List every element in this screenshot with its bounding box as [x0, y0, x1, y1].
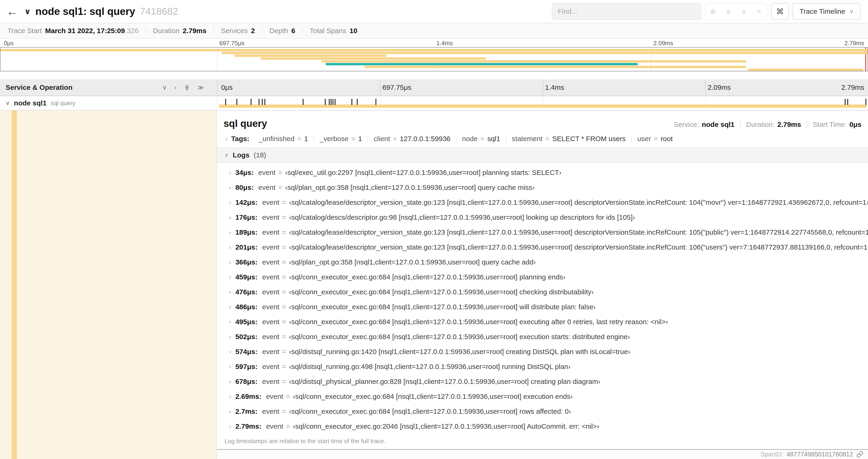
log-row[interactable]: › 366μs: event = ‹sql/plan_opt.go:358 [n…	[217, 255, 868, 270]
log-field-value: ‹sql/distsql_physical_planner.go:828 [ns…	[289, 378, 600, 386]
chevron-right-icon: ›	[229, 423, 231, 430]
log-row[interactable]: › 476μs: event = ‹sql/conn_executor_exec…	[217, 285, 868, 299]
summary-value: March 31 2022, 17:25:09	[45, 27, 125, 35]
detail-left-column	[0, 110, 217, 459]
log-field-value: ‹sql/exec_util.go:2297 [nsql1,client=127…	[285, 169, 561, 176]
meta-value: 2.79ms	[777, 121, 801, 129]
minimap-canvas[interactable]	[0, 47, 868, 71]
close-icon[interactable]: ×	[751, 3, 767, 19]
circle-plus-icon[interactable]: ⊕	[705, 3, 721, 19]
log-field-value: ‹sql/plan_opt.go:358 [nsql1,client=127.0…	[285, 184, 534, 192]
log-row[interactable]: › 495μs: event = ‹sql/conn_executor_exec…	[217, 315, 868, 329]
find-input[interactable]	[552, 3, 701, 20]
log-field-value: ‹sql/conn_executor_exec.go:684 [nsql1,cl…	[289, 273, 565, 281]
log-field-value: ‹sql/conn_executor_exec.go:684 [nsql1,cl…	[293, 393, 572, 400]
tag-value: 127.0.0.1:59936	[400, 135, 450, 143]
span-detail-card: sql query Service: node sql1 Duration: 2…	[217, 110, 868, 450]
log-row[interactable]: › 502μs: event = ‹sql/conn_executor_exec…	[217, 329, 868, 344]
meta-value: 0μs	[849, 121, 862, 129]
logs-footer-note: Log timestamps are relative to the start…	[217, 434, 868, 445]
log-marker-tick	[847, 99, 848, 105]
chevron-right-icon: ›	[229, 169, 231, 176]
log-marker-tick	[351, 99, 352, 105]
trace-id: 7418682	[140, 6, 178, 17]
collapse-all-icon[interactable]: ≫	[183, 84, 191, 91]
tags-label: Tags:	[231, 135, 249, 143]
tag-item: node = sql1	[456, 135, 506, 143]
summary-item: Trace Start March 31 2022, 17:25:09 .326	[7, 27, 146, 35]
log-row[interactable]: › 597μs: event = ‹sql/distsql_running.go…	[217, 359, 868, 374]
collapse-one-icon[interactable]: ∨	[162, 84, 167, 91]
link-icon[interactable]	[856, 451, 863, 458]
tag-key: _verbose	[320, 135, 348, 143]
log-timestamp: 142μs:	[236, 198, 257, 206]
meta-duration: Duration: 2.79ms	[740, 121, 807, 129]
logs-label: Logs	[233, 151, 250, 159]
log-timestamp: 2.7ms:	[236, 407, 257, 415]
span-row-name-cell[interactable]: ∨ node sql1 sql query	[0, 96, 217, 110]
log-row[interactable]: › 678μs: event = ‹sql/distsql_physical_p…	[217, 374, 868, 389]
expand-one-icon[interactable]: ›	[174, 84, 177, 91]
log-row[interactable]: › 176μs: event = ‹sql/catalog/descs/desc…	[217, 210, 868, 225]
log-field-value: ‹sql/conn_executor_exec.go:684 [nsql1,cl…	[289, 288, 594, 296]
log-equals: =	[282, 378, 286, 386]
minimap-span-bar	[748, 69, 863, 71]
ruler-tick-label: 1.4ms	[545, 84, 564, 91]
chevron-right-icon: ›	[229, 408, 231, 415]
chevron-down-icon[interactable]: ∨	[736, 3, 751, 19]
chevron-up-icon[interactable]: ∧	[721, 3, 736, 19]
log-equals: =	[282, 258, 286, 266]
log-row[interactable]: › 2.79ms: event = ‹sql/conn_executor_exe…	[217, 419, 868, 434]
log-field-key: event	[262, 318, 279, 326]
logs-accordion-toggle[interactable]: ∨ Logs (18)	[217, 148, 868, 163]
log-row[interactable]: › 459μs: event = ‹sql/conn_executor_exec…	[217, 270, 868, 285]
chevron-right-icon: ›	[229, 333, 231, 340]
logs-list: › 34μs: event = ‹sql/exec_util.go:2297 […	[217, 163, 868, 434]
log-marker-tick	[265, 99, 265, 105]
log-timestamp: 495μs:	[236, 318, 257, 326]
chevron-down-icon: ∨	[224, 152, 229, 158]
log-marker-tick	[303, 99, 304, 105]
back-button[interactable]: ←	[0, 0, 24, 23]
expand-all-icon[interactable]: ≫	[198, 84, 204, 91]
log-field-key: event	[258, 169, 275, 176]
chevron-down-icon: ∨	[849, 8, 854, 15]
log-equals: =	[282, 198, 286, 206]
summary-value: 6	[291, 27, 296, 35]
log-row[interactable]: › 142μs: event = ‹sql/catalog/lease/desc…	[217, 195, 868, 210]
log-row[interactable]: › 34μs: event = ‹sql/exec_util.go:2297 […	[217, 165, 868, 180]
tag-key: node	[462, 135, 477, 143]
log-row[interactable]: › 189μs: event = ‹sql/catalog/lease/desc…	[217, 225, 868, 240]
minimap-span-bar	[235, 55, 386, 57]
log-row[interactable]: › 574μs: event = ‹sql/distsql_running.go…	[217, 344, 868, 359]
tag-value: root	[660, 135, 673, 143]
tags-accordion-toggle[interactable]: › Tags: _unfinished = 1 _verbose = 1 cli…	[217, 135, 868, 148]
log-timestamp: 176μs:	[236, 214, 257, 221]
span-detail-title: sql query	[223, 118, 267, 129]
log-equals: =	[282, 348, 286, 356]
log-field-value: ‹sql/conn_executor_exec.go:684 [nsql1,cl…	[289, 333, 630, 341]
view-type-dropdown[interactable]: Trace Timeline ∨	[793, 3, 861, 20]
chevron-down-icon[interactable]: ∨	[6, 100, 10, 106]
minimap-tick-label: 0μs	[4, 40, 13, 47]
log-timestamp: 597μs:	[236, 363, 257, 371]
log-row[interactable]: › 80μs: event = ‹sql/plan_opt.go:358 [ns…	[217, 180, 868, 195]
tag-key: client	[374, 135, 390, 143]
span-detail-meta: Service: node sql1 Duration: 2.79ms Star…	[668, 121, 862, 129]
summary-label: Services	[221, 27, 248, 35]
span-duration-bar[interactable]	[219, 104, 867, 108]
log-timestamp: 189μs:	[236, 228, 257, 236]
log-field-value: ‹sql/conn_executor_exec.go:684 [nsql1,cl…	[289, 318, 668, 326]
log-row[interactable]: › 201μs: event = ‹sql/catalog/lease/desc…	[217, 240, 868, 255]
chevron-down-icon[interactable]: ∨	[24, 7, 31, 16]
span-row: ∨ node sql1 sql query	[0, 96, 868, 110]
log-row[interactable]: › 486μs: event = ‹sql/conn_executor_exec…	[217, 299, 868, 315]
log-field-key: event	[262, 273, 279, 281]
summary-label: Total Spans	[310, 27, 346, 35]
span-detail-area: sql query Service: node sql1 Duration: 2…	[0, 110, 868, 459]
log-row[interactable]: › 2.69ms: event = ‹sql/conn_executor_exe…	[217, 389, 868, 404]
keyboard-shortcuts-button[interactable]: ⌘	[771, 3, 789, 20]
chevron-right-icon: ›	[229, 184, 231, 191]
log-row[interactable]: › 2.7ms: event = ‹sql/conn_executor_exec…	[217, 404, 868, 419]
tags-list: _unfinished = 1 _verbose = 1 client = 12…	[253, 135, 678, 143]
